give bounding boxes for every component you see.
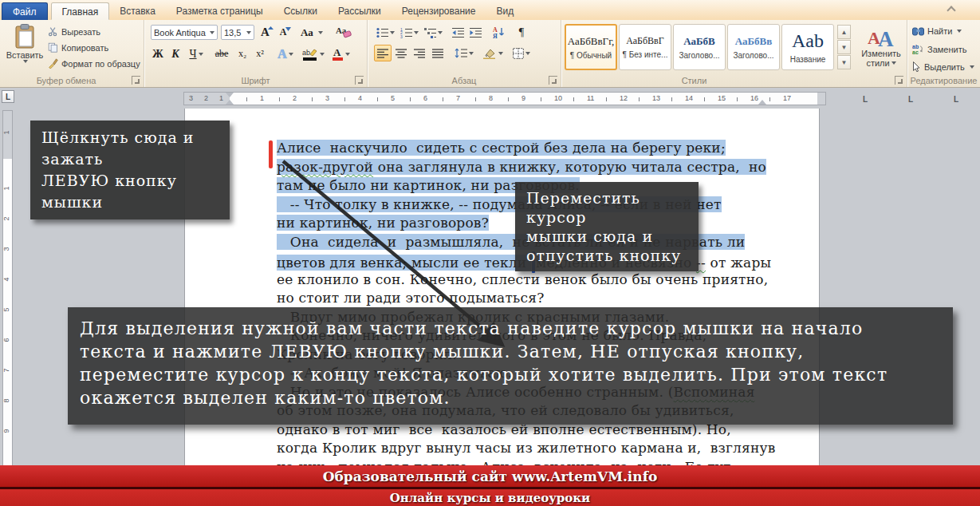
- underline-dropdown-icon[interactable]: [199, 53, 203, 56]
- find-button[interactable]: Найти: [912, 26, 962, 36]
- style-card-Заголово-[interactable]: АаБбВвЗаголово...: [727, 24, 780, 70]
- justify-button[interactable]: [429, 45, 447, 61]
- superscript-button[interactable]: x²: [251, 45, 269, 62]
- highlight-dropdown-icon[interactable]: [320, 53, 325, 56]
- shading-dropdown-icon[interactable]: [498, 52, 503, 55]
- line-spacing-dropdown-icon[interactable]: [469, 52, 474, 55]
- style-card--Без-инте-[interactable]: АаБбВвГ¶ Без инте...: [619, 24, 671, 70]
- tab-Вид[interactable]: Вид: [486, 2, 524, 20]
- change-styles-dropdown-icon[interactable]: [891, 61, 896, 65]
- cut-button[interactable]: Вырезать: [48, 26, 100, 37]
- tab-Рецензирование[interactable]: Рецензирование: [392, 2, 486, 20]
- multilevel-list-button[interactable]: [422, 24, 444, 41]
- font-color-dropdown-icon[interactable]: [345, 53, 350, 56]
- increase-indent-button[interactable]: [466, 24, 484, 41]
- align-right-button[interactable]: [411, 45, 428, 61]
- align-center-button[interactable]: [392, 45, 410, 61]
- shrink-font-button[interactable]: А: [277, 24, 294, 41]
- font-name-combo[interactable]: Book Antiqua: [151, 25, 218, 40]
- ruler-tick: [246, 97, 247, 101]
- ruler-number: 16: [750, 94, 758, 102]
- italic-button[interactable]: К: [167, 45, 184, 62]
- ribbon: ФайлГлавнаяВставкаРазметка страницыСсылк…: [0, 0, 980, 88]
- document-line[interactable]: но стоит ли ради этого подыматься?: [277, 289, 544, 308]
- bold-button[interactable]: Ж: [149, 45, 167, 62]
- paragraph-dialog-launcher-icon[interactable]: [549, 76, 557, 85]
- line-spacing-button[interactable]: [452, 45, 476, 61]
- borders-button[interactable]: [510, 45, 533, 61]
- strikethrough-button[interactable]: abe: [211, 45, 232, 62]
- tab-Разметка страницы[interactable]: Разметка страницы: [166, 2, 274, 20]
- grow-font-button[interactable]: А: [258, 24, 276, 41]
- change-case-button[interactable]: Аа: [301, 26, 323, 39]
- tab-Ссылки[interactable]: Ссылки: [274, 2, 328, 20]
- clear-formatting-button[interactable]: Аа: [336, 25, 352, 38]
- paste-dropdown-icon[interactable]: [23, 60, 28, 63]
- tab-Рассылки[interactable]: Рассылки: [328, 2, 392, 20]
- multilevel-dropdown-icon[interactable]: [438, 31, 443, 34]
- font-size-combo[interactable]: 13,5: [221, 25, 254, 40]
- format-painter-button[interactable]: Формат по образцу: [48, 58, 140, 69]
- overlay-line1: Для выделения нужной вам части текста на…: [80, 317, 953, 340]
- styles-scroll-down-button[interactable]: ▼: [837, 40, 851, 54]
- find-dropdown-icon[interactable]: [957, 30, 962, 33]
- svg-text:ab: ab: [302, 49, 310, 57]
- tab-Вставка[interactable]: Вставка: [109, 2, 166, 20]
- select-dropdown-icon[interactable]: [970, 65, 974, 69]
- font-color-button[interactable]: А: [329, 45, 353, 62]
- document-line[interactable]: ни картинок, ни разговоров?: [277, 214, 489, 233]
- ruler-tick: [639, 97, 640, 101]
- align-left-button[interactable]: [374, 45, 392, 61]
- document-line[interactable]: когда Кролик вдруг вынул часы из жилетно…: [277, 439, 775, 458]
- tutorial-overlay: Для выделения нужной вам части текста на…: [68, 307, 953, 425]
- font-dialog-launcher-icon[interactable]: [355, 76, 364, 85]
- right-indent-marker[interactable]: [758, 100, 766, 105]
- text-effects-button[interactable]: А: [274, 45, 297, 62]
- document-line[interactable]: Алисе наскучило сидеть с сестрой без дел…: [277, 139, 726, 158]
- tab-Главная[interactable]: Главная: [51, 2, 110, 20]
- hanging-indent-marker[interactable]: [226, 100, 234, 105]
- style-card--Обычный[interactable]: АаБбВвГг,¶ Обычный: [565, 24, 617, 70]
- styles-more-button[interactable]: ▼: [837, 55, 851, 69]
- sort-button[interactable]: АЯ: [489, 24, 510, 41]
- select-button[interactable]: Выделить: [912, 61, 974, 72]
- styles-dialog-launcher-icon[interactable]: [895, 76, 903, 85]
- change-case-dropdown-icon[interactable]: [318, 31, 323, 34]
- subscript-button[interactable]: x₂: [234, 45, 251, 62]
- paste-button[interactable]: Вставить: [6, 23, 43, 63]
- document-line[interactable]: ее клонило в сон. Конечно, сплести венок…: [277, 271, 768, 290]
- tab-stop-mark: L: [863, 95, 868, 104]
- text-effects-dropdown-icon[interactable]: [289, 53, 293, 56]
- copy-button[interactable]: Копировать: [48, 42, 108, 53]
- selected-text: разок-другой: [277, 159, 373, 175]
- highlight-button[interactable]: ab: [301, 45, 326, 62]
- tab-selector-box[interactable]: L: [2, 90, 14, 103]
- numbering-button[interactable]: 123: [398, 24, 420, 41]
- styles-scroll-up-button[interactable]: ▲: [837, 25, 851, 39]
- style-card-Заголово-[interactable]: АаБбВЗаголово...: [673, 24, 726, 70]
- tab-Файл[interactable]: Файл: [2, 2, 48, 20]
- style-card-Название[interactable]: АabНазвание: [781, 24, 834, 70]
- change-styles-button[interactable]: АА Изменить стили: [858, 25, 904, 68]
- bullets-dropdown-icon[interactable]: [390, 31, 395, 34]
- horizontal-ruler[interactable]: 3211234567891011121314151617: [183, 92, 826, 105]
- document-line[interactable]: разок-другой она заглянула в книжку, кот…: [277, 158, 766, 177]
- font-size-dropdown-icon[interactable]: [246, 31, 251, 34]
- numbering-dropdown-icon[interactable]: [414, 31, 419, 34]
- vertical-ruler[interactable]: 1123456789: [2, 110, 13, 465]
- shading-button[interactable]: [481, 45, 505, 61]
- show-marks-button[interactable]: ¶: [513, 24, 530, 41]
- ruler-tick: [279, 97, 280, 101]
- replace-button[interactable]: abac Заменить: [912, 44, 966, 54]
- first-line-indent-marker[interactable]: [226, 93, 234, 97]
- borders-dropdown-icon[interactable]: [525, 52, 530, 55]
- underline-button[interactable]: Ч: [184, 45, 208, 62]
- numbered-list-icon: 123: [400, 27, 412, 38]
- bullets-button[interactable]: [374, 24, 396, 41]
- replace-icon: abac: [912, 44, 924, 54]
- decrease-indent-button[interactable]: [449, 24, 466, 41]
- clipboard-dialog-launcher-icon[interactable]: [132, 76, 140, 85]
- font-name-dropdown-icon[interactable]: [210, 31, 214, 34]
- ruler-number: 7: [2, 368, 10, 372]
- footer-banner-courses: Онлайн курсы и видеоуроки: [0, 489, 980, 506]
